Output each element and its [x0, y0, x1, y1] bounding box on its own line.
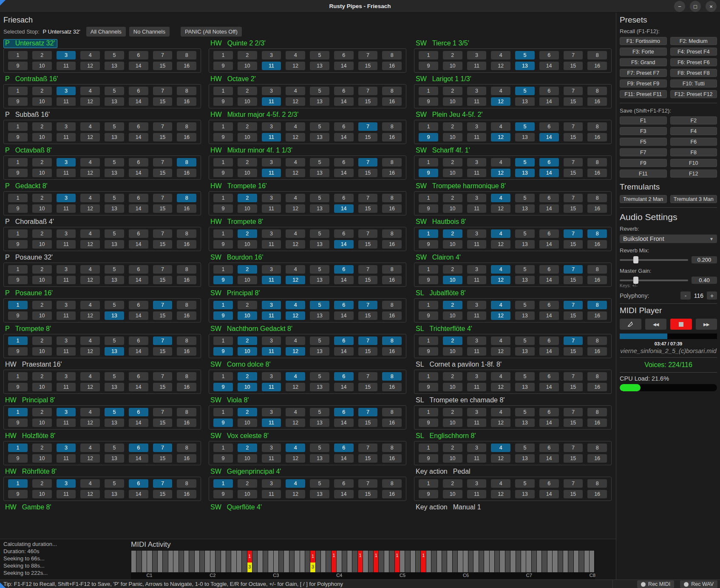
channel-button[interactable]: 10	[32, 383, 52, 391]
stop-name[interactable]: PContrabaß 16'	[3, 75, 201, 84]
channel-button[interactable]: 11	[467, 383, 487, 391]
save-preset-button[interactable]: F11	[620, 170, 667, 178]
channel-button[interactable]: 9	[419, 62, 438, 70]
channel-button[interactable]: 16	[587, 204, 607, 213]
channel-button[interactable]: 15	[358, 418, 378, 427]
channel-button[interactable]: 16	[382, 276, 402, 284]
channel-button[interactable]: 15	[564, 133, 583, 141]
channel-button[interactable]: 15	[564, 204, 583, 213]
channel-button[interactable]: 3	[57, 87, 76, 95]
channel-button[interactable]: 8	[587, 265, 607, 274]
channel-button[interactable]: 10	[238, 204, 257, 213]
stop-button[interactable]	[670, 319, 692, 330]
channel-button[interactable]: 1	[213, 336, 233, 345]
channel-button[interactable]: 5	[105, 229, 124, 238]
channel-button[interactable]: 2	[32, 372, 52, 381]
channel-button[interactable]: 4	[491, 479, 510, 488]
channel-button[interactable]: 3	[57, 372, 76, 381]
channel-button[interactable]: 8	[177, 444, 196, 452]
channel-button[interactable]: 14	[334, 169, 354, 177]
channel-button[interactable]: 6	[129, 87, 148, 95]
channel-button[interactable]: 5	[515, 158, 535, 167]
stop-name[interactable]: HWOctave 2'	[209, 75, 406, 84]
channel-button[interactable]: 13	[310, 62, 329, 70]
channel-button[interactable]: 12	[286, 418, 305, 427]
channel-button[interactable]: 7	[564, 158, 583, 167]
channel-button[interactable]: 6	[334, 336, 354, 345]
channel-button[interactable]: 10	[32, 204, 52, 213]
channel-button[interactable]: 2	[238, 408, 257, 416]
channel-button[interactable]: 16	[177, 276, 196, 284]
channel-button[interactable]: 15	[153, 454, 173, 463]
channel-button[interactable]: 1	[8, 87, 28, 95]
channel-button[interactable]: 12	[80, 454, 100, 463]
channel-button[interactable]: 16	[382, 383, 402, 391]
channel-button[interactable]: 9	[8, 97, 28, 106]
channel-button[interactable]: 12	[286, 204, 305, 213]
channel-button[interactable]: 3	[57, 229, 76, 238]
channel-button[interactable]: 8	[177, 158, 196, 167]
channel-button[interactable]: 12	[491, 204, 510, 213]
channel-button[interactable]: 7	[358, 444, 378, 452]
channel-button[interactable]: 2	[32, 479, 52, 488]
channel-button[interactable]: 1	[419, 158, 438, 167]
channel-button[interactable]: 14	[539, 204, 559, 213]
channel-button[interactable]: 8	[382, 444, 402, 452]
channel-button[interactable]: 7	[564, 336, 583, 345]
stop-name[interactable]: SLEnglischhorn 8'	[414, 432, 612, 441]
channel-button[interactable]: 14	[539, 133, 559, 141]
channel-button[interactable]: 2	[443, 265, 462, 274]
channel-button[interactable]: 8	[382, 336, 402, 345]
channel-button[interactable]: 14	[539, 311, 559, 320]
channel-button[interactable]: 1	[419, 51, 438, 59]
channel-button[interactable]: 13	[310, 276, 329, 284]
channel-button[interactable]: 10	[443, 418, 462, 427]
channel-button[interactable]: 6	[539, 408, 559, 416]
channel-button[interactable]: 5	[310, 444, 329, 452]
channel-button[interactable]: 3	[262, 336, 281, 345]
channel-button[interactable]: 15	[153, 169, 173, 177]
channel-button[interactable]: 6	[539, 229, 559, 238]
channel-button[interactable]: 8	[587, 158, 607, 167]
channel-button[interactable]: 16	[177, 454, 196, 463]
save-preset-button[interactable]: F1	[620, 116, 667, 124]
channel-button[interactable]: 9	[213, 347, 233, 356]
channel-button[interactable]: 8	[177, 194, 196, 202]
channel-button[interactable]: 6	[539, 265, 559, 274]
channel-button[interactable]: 5	[310, 158, 329, 167]
channel-button[interactable]: 2	[32, 301, 52, 309]
channel-button[interactable]: 13	[310, 169, 329, 177]
recall-preset-button[interactable]: F5: Grand	[620, 58, 667, 66]
channel-button[interactable]: 15	[564, 383, 583, 391]
polyphony-increase-button[interactable]: +	[707, 291, 717, 300]
channel-button[interactable]: 3	[262, 301, 281, 309]
channel-button[interactable]: 10	[238, 311, 257, 320]
stop-name[interactable]: PPosaune 16'	[3, 289, 201, 298]
channel-button[interactable]: 11	[262, 62, 281, 70]
channel-button[interactable]: 5	[515, 301, 535, 309]
channel-button[interactable]: 12	[286, 97, 305, 106]
channel-button[interactable]: 10	[32, 347, 52, 356]
channel-button[interactable]: 2	[238, 158, 257, 167]
channel-button[interactable]: 14	[334, 490, 354, 498]
stop-name[interactable]: SWViola 8'	[209, 396, 406, 405]
channel-button[interactable]: 7	[153, 265, 173, 274]
channel-button[interactable]: 13	[105, 418, 124, 427]
channel-button[interactable]: 9	[213, 276, 233, 284]
channel-button[interactable]: 15	[564, 454, 583, 463]
channel-button[interactable]: 10	[32, 133, 52, 141]
channel-button[interactable]: 2	[443, 87, 462, 95]
channel-button[interactable]: 16	[587, 276, 607, 284]
channel-button[interactable]: 7	[153, 87, 173, 95]
channel-button[interactable]: 3	[262, 229, 281, 238]
channel-button[interactable]: 11	[467, 204, 487, 213]
channel-button[interactable]: 9	[419, 490, 438, 498]
channel-button[interactable]: 16	[177, 133, 196, 141]
channel-button[interactable]: 13	[105, 347, 124, 356]
channel-button[interactable]: 13	[515, 454, 535, 463]
channel-button[interactable]: 12	[80, 62, 100, 70]
channel-button[interactable]: 10	[238, 418, 257, 427]
channel-button[interactable]: 14	[539, 62, 559, 70]
channel-button[interactable]: 3	[57, 479, 76, 488]
channel-button[interactable]: 13	[105, 240, 124, 249]
